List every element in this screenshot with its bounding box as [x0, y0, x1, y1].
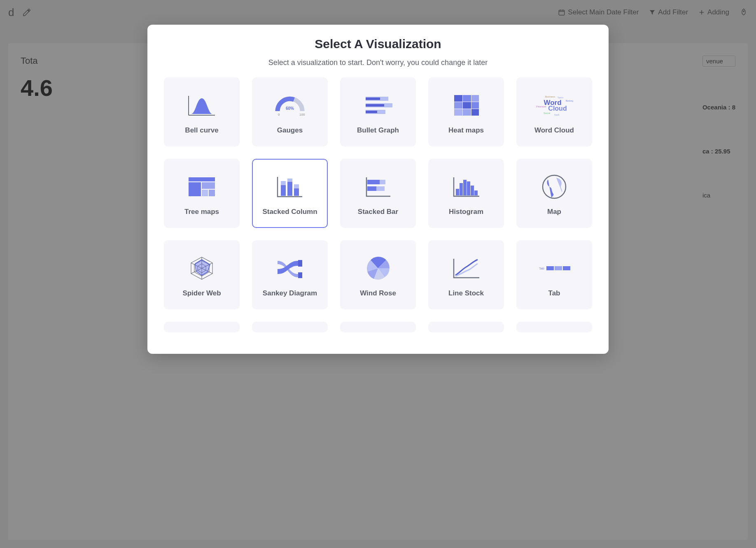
svg-rect-32 [209, 190, 215, 196]
wind-rose-icon [345, 252, 411, 285]
viz-option-more-5[interactable] [516, 322, 592, 332]
viz-label: Tree maps [184, 207, 219, 216]
svg-rect-19 [471, 109, 479, 116]
svg-text:Social: Social [544, 112, 550, 114]
viz-label: Histogram [449, 207, 483, 216]
svg-rect-12 [463, 95, 471, 102]
spider-web-icon [169, 252, 235, 285]
svg-rect-6 [366, 98, 380, 100]
svg-rect-58 [555, 266, 562, 270]
svg-rect-57 [546, 266, 554, 270]
svg-rect-55 [298, 272, 302, 278]
svg-rect-40 [380, 180, 385, 184]
viz-label: Bullet Graph [357, 126, 399, 135]
stacked-column-icon [257, 170, 323, 203]
viz-label: Wind Rose [360, 289, 396, 297]
svg-rect-45 [463, 180, 467, 195]
viz-option-bullet-graph[interactable]: Bullet Graph [340, 77, 416, 146]
svg-rect-11 [454, 95, 462, 102]
viz-label: Tab [548, 289, 560, 297]
viz-option-map[interactable]: Map [516, 159, 592, 228]
viz-label: Stacked Column [262, 207, 317, 216]
tab-icon: Tab [521, 252, 587, 285]
histogram-icon [433, 170, 499, 203]
viz-option-stacked-bar[interactable]: Stacked Bar [340, 159, 416, 228]
svg-rect-38 [294, 184, 299, 188]
map-icon [521, 170, 587, 203]
visualization-picker-modal: Select A Visualization Select a visualiz… [147, 25, 609, 354]
viz-option-histogram[interactable]: Histogram [428, 159, 504, 228]
modal-subtitle: Select a visualization to start. Don't w… [164, 58, 592, 67]
viz-option-gauges[interactable]: 60% 0 100 Gauges [252, 77, 328, 146]
svg-rect-31 [202, 190, 208, 196]
modal-title: Select A Visualization [164, 37, 592, 51]
viz-option-stacked-column[interactable]: Stacked Column [252, 159, 328, 228]
viz-option-sankey-diagram[interactable]: Sankey Diagram [252, 240, 328, 309]
heat-maps-icon [433, 89, 499, 122]
viz-option-heat-maps[interactable]: Heat maps [428, 77, 504, 146]
svg-rect-48 [474, 190, 478, 195]
svg-rect-42 [376, 186, 385, 191]
word-cloud-icon: Word Cloud Business Topics Banking Finan… [521, 89, 587, 122]
viz-label: Sankey Diagram [263, 289, 317, 297]
svg-text:Business: Business [545, 95, 555, 98]
viz-option-bell-curve[interactable]: Bell curve [164, 77, 240, 146]
viz-label: Bell curve [185, 126, 218, 135]
svg-rect-46 [467, 181, 470, 195]
svg-rect-15 [463, 102, 471, 109]
viz-option-word-cloud[interactable]: Word Cloud Business Topics Banking Finan… [516, 77, 592, 146]
svg-rect-13 [471, 95, 479, 102]
viz-label: Word Cloud [534, 126, 574, 135]
viz-option-spider-web[interactable]: Spider Web [164, 240, 240, 309]
viz-option-more-4[interactable] [428, 322, 504, 332]
stacked-bar-icon [345, 170, 411, 203]
svg-rect-14 [454, 102, 462, 109]
svg-rect-8 [366, 104, 384, 107]
viz-label: Line Stock [448, 289, 484, 297]
svg-rect-47 [471, 186, 474, 195]
viz-option-line-stock[interactable]: Line Stock [428, 240, 504, 309]
svg-point-49 [543, 175, 566, 198]
sankey-diagram-icon [257, 252, 323, 285]
svg-rect-30 [202, 182, 215, 189]
svg-rect-36 [287, 179, 292, 182]
line-stock-icon [433, 252, 499, 285]
svg-text:0: 0 [278, 113, 280, 116]
svg-text:Financial: Financial [536, 105, 546, 108]
svg-rect-34 [281, 181, 286, 185]
modal-overlay[interactable]: Select A Visualization Select a visualiz… [0, 0, 756, 548]
viz-label: Gauges [277, 126, 303, 135]
svg-text:SaaS: SaaS [554, 114, 560, 116]
viz-option-wind-rose[interactable]: Wind Rose [340, 240, 416, 309]
svg-rect-44 [460, 183, 463, 195]
svg-rect-28 [189, 177, 215, 181]
svg-rect-37 [294, 188, 299, 196]
svg-rect-41 [367, 186, 376, 191]
viz-option-tree-maps[interactable]: Tree maps [164, 159, 240, 228]
svg-text:Topics: Topics [558, 96, 564, 99]
viz-label: Map [547, 207, 561, 216]
viz-label: Stacked Bar [358, 207, 398, 216]
svg-text:Cloud: Cloud [548, 105, 567, 112]
svg-rect-10 [366, 111, 377, 113]
visualization-grid: Bell curve 60% 0 100 Gauges [164, 77, 592, 337]
viz-option-more-2[interactable] [252, 322, 328, 332]
viz-option-more-1[interactable] [164, 322, 240, 332]
gauges-icon: 60% 0 100 [257, 89, 323, 122]
svg-rect-54 [298, 260, 302, 267]
svg-rect-39 [367, 180, 380, 184]
viz-option-tab[interactable]: Tab Tab [516, 240, 592, 309]
svg-rect-59 [563, 266, 570, 270]
svg-text:100: 100 [299, 113, 305, 116]
svg-text:Banking: Banking [566, 100, 573, 102]
tree-maps-icon [169, 170, 235, 203]
bullet-graph-icon [345, 89, 411, 122]
viz-option-more-3[interactable] [340, 322, 416, 332]
svg-rect-43 [456, 189, 459, 195]
svg-rect-33 [281, 185, 286, 196]
svg-text:60%: 60% [286, 106, 294, 111]
svg-text:Tab: Tab [539, 267, 544, 270]
svg-rect-18 [463, 109, 471, 116]
bell-curve-icon [169, 89, 235, 122]
viz-label: Spider Web [182, 289, 221, 297]
